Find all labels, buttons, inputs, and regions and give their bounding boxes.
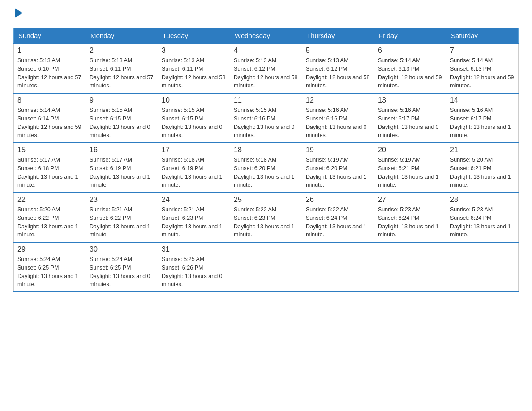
day-number: 8 [17,96,82,104]
day-info: Sunrise: 5:20 AMSunset: 6:22 PMDaylight:… [17,206,82,239]
calendar-cell: 24Sunrise: 5:21 AMSunset: 6:23 PMDayligh… [158,193,230,242]
calendar-cell [302,242,374,292]
calendar-cell: 9Sunrise: 5:15 AMSunset: 6:15 PMDaylight… [86,93,158,143]
calendar-cell: 16Sunrise: 5:17 AMSunset: 6:19 PMDayligh… [86,143,158,193]
day-number: 11 [234,96,298,104]
day-number: 17 [162,146,226,154]
day-info: Sunrise: 5:21 AMSunset: 6:22 PMDaylight:… [90,206,154,239]
day-number: 21 [450,146,515,154]
calendar-week-3: 15Sunrise: 5:17 AMSunset: 6:18 PMDayligh… [14,143,519,193]
day-number: 29 [17,245,82,253]
day-number: 27 [378,196,442,204]
day-info: Sunrise: 5:19 AMSunset: 6:21 PMDaylight:… [378,156,442,189]
calendar-cell [374,242,446,292]
day-info: Sunrise: 5:14 AMSunset: 6:14 PMDaylight:… [17,106,82,140]
day-number: 6 [378,47,442,55]
day-info: Sunrise: 5:13 AMSunset: 6:12 PMDaylight:… [234,56,298,90]
day-number: 3 [162,47,226,55]
calendar-cell [230,242,302,292]
day-info: Sunrise: 5:16 AMSunset: 6:16 PMDaylight:… [306,106,370,140]
day-info: Sunrise: 5:13 AMSunset: 6:10 PMDaylight:… [17,56,82,90]
day-number: 20 [378,146,442,154]
calendar-cell: 13Sunrise: 5:16 AMSunset: 6:17 PMDayligh… [374,93,446,143]
header-saturday: Saturday [446,28,519,44]
day-number: 24 [162,196,226,204]
day-number: 14 [450,96,515,104]
day-number: 30 [90,245,154,253]
calendar-cell: 30Sunrise: 5:24 AMSunset: 6:25 PMDayligh… [86,242,158,292]
calendar-cell: 20Sunrise: 5:19 AMSunset: 6:21 PMDayligh… [374,143,446,193]
calendar-cell: 1Sunrise: 5:13 AMSunset: 6:10 PMDaylight… [14,43,86,93]
calendar-header-row: SundayMondayTuesdayWednesdayThursdayFrid… [14,28,519,44]
calendar-cell: 4Sunrise: 5:13 AMSunset: 6:12 PMDaylight… [230,43,302,93]
header-friday: Friday [374,28,446,44]
calendar-cell: 6Sunrise: 5:14 AMSunset: 6:13 PMDaylight… [374,43,446,93]
calendar-cell: 12Sunrise: 5:16 AMSunset: 6:16 PMDayligh… [302,93,374,143]
logo [13,9,23,19]
day-number: 26 [306,196,370,204]
day-info: Sunrise: 5:16 AMSunset: 6:17 PMDaylight:… [450,106,515,140]
day-info: Sunrise: 5:17 AMSunset: 6:18 PMDaylight:… [17,156,82,189]
day-info: Sunrise: 5:24 AMSunset: 6:25 PMDaylight:… [90,255,154,289]
day-info: Sunrise: 5:13 AMSunset: 6:11 PMDaylight:… [162,56,226,90]
day-info: Sunrise: 5:21 AMSunset: 6:23 PMDaylight:… [162,206,226,239]
day-info: Sunrise: 5:20 AMSunset: 6:21 PMDaylight:… [450,156,515,189]
calendar-cell: 26Sunrise: 5:22 AMSunset: 6:24 PMDayligh… [302,193,374,242]
day-info: Sunrise: 5:15 AMSunset: 6:16 PMDaylight:… [234,106,298,140]
calendar-cell: 3Sunrise: 5:13 AMSunset: 6:11 PMDaylight… [158,43,230,93]
day-number: 5 [306,47,370,55]
day-info: Sunrise: 5:13 AMSunset: 6:11 PMDaylight:… [90,56,154,90]
calendar-week-5: 29Sunrise: 5:24 AMSunset: 6:25 PMDayligh… [14,242,519,292]
day-number: 23 [90,196,154,204]
logo-arrow-icon [15,8,23,20]
day-number: 1 [17,47,82,55]
day-number: 16 [90,146,154,154]
calendar-week-1: 1Sunrise: 5:13 AMSunset: 6:10 PMDaylight… [14,43,519,93]
calendar-cell: 25Sunrise: 5:22 AMSunset: 6:23 PMDayligh… [230,193,302,242]
day-info: Sunrise: 5:16 AMSunset: 6:17 PMDaylight:… [378,106,442,140]
header-monday: Monday [86,28,158,44]
calendar-cell: 19Sunrise: 5:19 AMSunset: 6:20 PMDayligh… [302,143,374,193]
day-number: 22 [17,196,82,204]
calendar-cell: 7Sunrise: 5:14 AMSunset: 6:13 PMDaylight… [446,43,519,93]
calendar-cell [446,242,519,292]
calendar-cell: 22Sunrise: 5:20 AMSunset: 6:22 PMDayligh… [14,193,86,242]
day-info: Sunrise: 5:15 AMSunset: 6:15 PMDaylight:… [90,106,154,140]
day-info: Sunrise: 5:22 AMSunset: 6:23 PMDaylight:… [234,206,298,239]
calendar-cell: 8Sunrise: 5:14 AMSunset: 6:14 PMDaylight… [14,93,86,143]
calendar-week-2: 8Sunrise: 5:14 AMSunset: 6:14 PMDaylight… [14,93,519,143]
day-info: Sunrise: 5:22 AMSunset: 6:24 PMDaylight:… [306,206,370,239]
day-info: Sunrise: 5:14 AMSunset: 6:13 PMDaylight:… [450,56,515,90]
calendar-cell: 21Sunrise: 5:20 AMSunset: 6:21 PMDayligh… [446,143,519,193]
calendar-cell: 28Sunrise: 5:23 AMSunset: 6:24 PMDayligh… [446,193,519,242]
day-info: Sunrise: 5:24 AMSunset: 6:25 PMDaylight:… [17,255,82,289]
header-sunday: Sunday [14,28,86,44]
calendar-cell: 18Sunrise: 5:18 AMSunset: 6:20 PMDayligh… [230,143,302,193]
calendar-cell: 27Sunrise: 5:23 AMSunset: 6:24 PMDayligh… [374,193,446,242]
day-number: 13 [378,96,442,104]
calendar-cell: 29Sunrise: 5:24 AMSunset: 6:25 PMDayligh… [14,242,86,292]
calendar-cell: 15Sunrise: 5:17 AMSunset: 6:18 PMDayligh… [14,143,86,193]
svg-marker-0 [15,8,23,18]
header-wednesday: Wednesday [230,28,302,44]
day-number: 7 [450,47,515,55]
day-info: Sunrise: 5:25 AMSunset: 6:26 PMDaylight:… [162,255,226,289]
day-number: 18 [234,146,298,154]
page-header [13,9,519,19]
day-info: Sunrise: 5:19 AMSunset: 6:20 PMDaylight:… [306,156,370,189]
day-number: 4 [234,47,298,55]
calendar-cell: 10Sunrise: 5:15 AMSunset: 6:15 PMDayligh… [158,93,230,143]
day-number: 28 [450,196,515,204]
day-info: Sunrise: 5:18 AMSunset: 6:20 PMDaylight:… [234,156,298,189]
day-number: 9 [90,96,154,104]
day-number: 19 [306,146,370,154]
day-info: Sunrise: 5:23 AMSunset: 6:24 PMDaylight:… [378,206,442,239]
calendar-cell: 14Sunrise: 5:16 AMSunset: 6:17 PMDayligh… [446,93,519,143]
day-info: Sunrise: 5:15 AMSunset: 6:15 PMDaylight:… [162,106,226,140]
calendar-cell: 23Sunrise: 5:21 AMSunset: 6:22 PMDayligh… [86,193,158,242]
calendar-cell: 17Sunrise: 5:18 AMSunset: 6:19 PMDayligh… [158,143,230,193]
calendar-table: SundayMondayTuesdayWednesdayThursdayFrid… [13,28,519,292]
day-number: 31 [162,245,226,253]
header-tuesday: Tuesday [158,28,230,44]
day-info: Sunrise: 5:18 AMSunset: 6:19 PMDaylight:… [162,156,226,189]
